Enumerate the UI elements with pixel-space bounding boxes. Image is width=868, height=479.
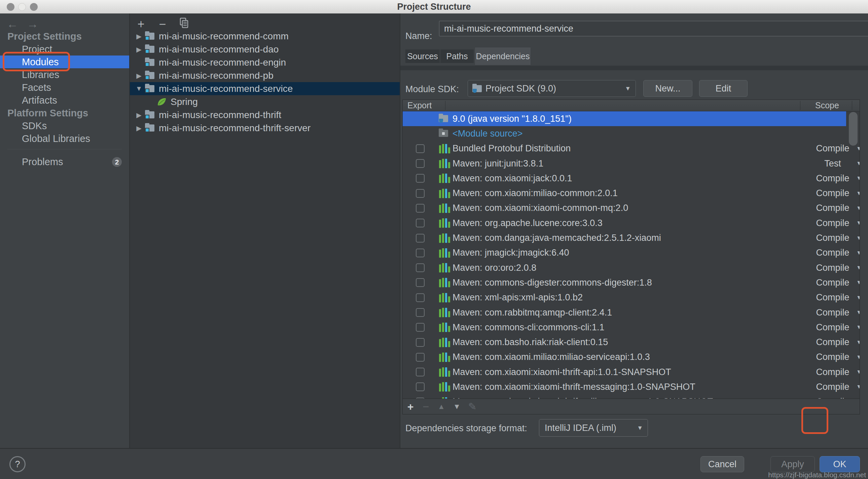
dependency-row-maven-com-xiaomi-xiaomi-thrift-miliao-co[interactable]: Maven: com.xiaomi:xiaomi-thrift-miliao-c… xyxy=(403,394,860,399)
scope-value[interactable]: Compile xyxy=(816,218,849,228)
export-checkbox[interactable] xyxy=(416,144,425,153)
export-checkbox[interactable] xyxy=(416,263,425,272)
scope-value[interactable]: Compile xyxy=(816,322,849,333)
scope-value[interactable]: Compile xyxy=(816,396,849,399)
export-checkbox[interactable] xyxy=(416,204,425,213)
dependency-row-maven-com-xiaomi-xiaomi-common-mq-2-0[interactable]: Maven: com.xiaomi:xiaomi-common-mq:2.0Co… xyxy=(403,201,860,216)
dependency-row-maven-com-rabbitmq-amqp-client-2-4-1[interactable]: Maven: com.rabbitmq:amqp-client:2.4.1Com… xyxy=(403,305,860,320)
export-checkbox[interactable] xyxy=(416,278,425,287)
scope-dropdown-icon[interactable]: ▼ xyxy=(856,205,860,212)
expand-arrow-icon[interactable]: ▶ xyxy=(134,72,144,80)
tree-item-mi-ai-music-recommend-thrift[interactable]: ▶mi-ai-music-recommend-thrift xyxy=(130,108,400,121)
export-checkbox[interactable] xyxy=(416,234,425,243)
ok-button[interactable]: OK xyxy=(819,456,860,472)
scope-dropdown-icon[interactable]: ▼ xyxy=(856,190,860,197)
dependency-row-maven-com-xiaomi-miliao-common-2-0-1[interactable]: Maven: com.xiaomi:miliao-common:2.0.1Com… xyxy=(403,186,860,200)
tree-item-spring[interactable]: Spring xyxy=(130,95,400,108)
add-dependency-icon[interactable]: + xyxy=(403,399,418,414)
sidebar-item-project[interactable]: Project xyxy=(0,43,129,56)
scope-dropdown-icon[interactable]: ▼ xyxy=(856,175,860,182)
scope-value[interactable]: Compile xyxy=(816,367,849,377)
scope-dropdown-icon[interactable]: ▼ xyxy=(856,145,860,152)
add-module-icon[interactable]: + xyxy=(135,18,147,31)
scope-dropdown-icon[interactable]: ▼ xyxy=(856,235,860,242)
scope-value[interactable]: Compile xyxy=(816,143,849,154)
scope-value[interactable]: Compile xyxy=(816,263,849,273)
scope-value[interactable]: Compile xyxy=(816,278,849,288)
dependency-row-maven-com-xiaomi-xiaomi-thrift-api-1-0-1[interactable]: Maven: com.xiaomi:xiaomi-thrift-api:1.0.… xyxy=(403,364,860,379)
sdk-edit-button[interactable]: Edit xyxy=(699,80,748,97)
sidebar-item-libraries[interactable]: Libraries xyxy=(0,68,129,81)
export-checkbox[interactable] xyxy=(416,249,425,257)
scope-value[interactable]: Compile xyxy=(816,292,849,303)
export-checkbox[interactable] xyxy=(416,159,425,168)
scope-value[interactable]: Compile xyxy=(816,203,849,213)
remove-dependency-icon[interactable]: − xyxy=(418,399,434,414)
scope-dropdown-icon[interactable]: ▼ xyxy=(856,294,860,301)
dependency-row-maven-com-xiaomi-jack-0-0-1[interactable]: Maven: com.xiaomi:jack:0.0.1Compile▼ xyxy=(403,171,860,186)
dependency-row-maven-jmagick-jmagick-6-40[interactable]: Maven: jmagick:jmagick:6.40Compile▼ xyxy=(403,246,860,260)
back-icon[interactable]: ← xyxy=(7,18,27,30)
scope-value[interactable]: Compile xyxy=(816,337,849,348)
scope-dropdown-icon[interactable]: ▼ xyxy=(856,354,860,360)
scope-value[interactable]: Test xyxy=(816,158,849,169)
export-checkbox[interactable] xyxy=(416,308,425,317)
forward-icon[interactable]: → xyxy=(27,18,47,30)
export-checkbox[interactable] xyxy=(416,219,425,227)
tree-item-mi-ai-music-recommend-thrift-server[interactable]: ▶mi-ai-music-recommend-thrift-server xyxy=(130,121,400,134)
storage-format-select[interactable]: IntelliJ IDEA (.iml) ▼ xyxy=(539,419,648,437)
help-button[interactable]: ? xyxy=(9,456,26,472)
dependency-row-maven-commons-cli-commons-cli-1-1[interactable]: Maven: commons-cli:commons-cli:1.1Compil… xyxy=(403,320,860,335)
dependency-row-maven-com-danga-java-memcached-2-5-1-2-x[interactable]: Maven: com.danga:java-memcached:2.5.1.2-… xyxy=(403,230,860,245)
scope-dropdown-icon[interactable]: ▼ xyxy=(856,324,860,331)
apply-button[interactable]: Apply xyxy=(770,456,815,472)
sidebar-item-sdks[interactable]: SDKs xyxy=(0,120,129,132)
export-checkbox[interactable] xyxy=(416,353,425,361)
export-checkbox[interactable] xyxy=(416,323,425,332)
scope-dropdown-icon[interactable]: ▼ xyxy=(856,383,860,390)
tab-sources[interactable]: Sources xyxy=(405,50,440,63)
edit-dependency-icon[interactable]: ✎ xyxy=(465,399,480,414)
module-sdk-select[interactable]: Project SDK (9.0) ▼ xyxy=(468,80,636,97)
scope-value[interactable]: Compile xyxy=(816,308,849,318)
scope-dropdown-icon[interactable]: ▼ xyxy=(856,279,860,286)
export-checkbox[interactable] xyxy=(416,189,425,198)
scope-value[interactable]: Compile xyxy=(816,173,849,184)
expand-arrow-icon[interactable]: ▶ xyxy=(134,124,144,132)
sidebar-item-modules[interactable]: Modules xyxy=(0,56,129,68)
dependency-row-maven-xml-apis-xml-apis-1-0-b2[interactable]: Maven: xml-apis:xml-apis:1.0.b2Compile▼ xyxy=(403,290,860,305)
dependency-row-maven-junit-junit-3-8-1[interactable]: Maven: junit:junit:3.8.1Test▼ xyxy=(403,156,860,171)
export-checkbox[interactable] xyxy=(416,382,425,391)
tab-paths[interactable]: Paths xyxy=(440,50,474,63)
dependency-row-maven-com-basho-riak-riak-client-0-15[interactable]: Maven: com.basho.riak:riak-client:0.15Co… xyxy=(403,335,860,350)
remove-module-icon[interactable]: − xyxy=(157,18,168,31)
vertical-scrollbar[interactable] xyxy=(849,112,858,146)
sdk-new-button[interactable]: New... xyxy=(643,80,692,97)
move-up-icon[interactable]: ▲ xyxy=(434,399,449,414)
sidebar-item-facets[interactable]: Facets xyxy=(0,81,129,94)
dependency-row-maven-com-xiaomi-miliao-miliao-serviceap[interactable]: Maven: com.xiaomi.miliao:miliao-servicea… xyxy=(403,350,860,364)
dependency-row-maven-oro-oro-2-0-8[interactable]: Maven: oro:oro:2.0.8Compile▼ xyxy=(403,260,860,275)
tree-item-mi-ai-music-recommend-dao[interactable]: ▶mi-ai-music-recommend-dao xyxy=(130,43,400,56)
tree-item-mi-ai-music-recommend-engin[interactable]: mi-ai-music-recommend-engin xyxy=(130,56,400,69)
tree-item-mi-ai-music-recommend-pb[interactable]: ▶mi-ai-music-recommend-pb xyxy=(130,69,400,82)
collapse-arrow-icon[interactable]: ▼ xyxy=(134,85,144,93)
expand-arrow-icon[interactable]: ▶ xyxy=(134,32,144,40)
export-checkbox[interactable] xyxy=(416,338,425,347)
scope-value[interactable]: Compile xyxy=(816,188,849,198)
sidebar-item-global-libraries[interactable]: Global Libraries xyxy=(0,132,129,145)
scope-dropdown-icon[interactable]: ▼ xyxy=(856,369,860,375)
scope-value[interactable]: Compile xyxy=(816,352,849,362)
tab-dependencies[interactable]: Dependencies xyxy=(475,47,531,65)
cancel-button[interactable]: Cancel xyxy=(701,456,744,472)
expand-arrow-icon[interactable]: ▶ xyxy=(134,45,144,54)
dependency-row-9-0-java-version-1-8-0-151[interactable]: 9.0 (java version "1.8.0_151") xyxy=(403,111,860,126)
scope-value[interactable]: Compile xyxy=(816,382,849,392)
dependency-row-maven-org-apache-lucene-core-3-0-3[interactable]: Maven: org.apache.lucene:core:3.0.3Compi… xyxy=(403,216,860,230)
dependency-row-maven-com-xiaomi-xiaomi-thrift-messaging[interactable]: Maven: com.xiaomi:xiaomi-thrift-messagin… xyxy=(403,379,860,394)
copy-module-icon[interactable] xyxy=(178,18,190,31)
move-down-icon[interactable]: ▼ xyxy=(449,399,465,414)
tree-item-mi-ai-music-recommend-comm[interactable]: ▶mi-ai-music-recommend-comm xyxy=(130,30,400,43)
dependency-row-bundled-protobuf-distribution[interactable]: Bundled Protobuf DistributionCompile▼ xyxy=(403,141,860,156)
sidebar-item-problems[interactable]: Problems2 xyxy=(0,155,129,168)
